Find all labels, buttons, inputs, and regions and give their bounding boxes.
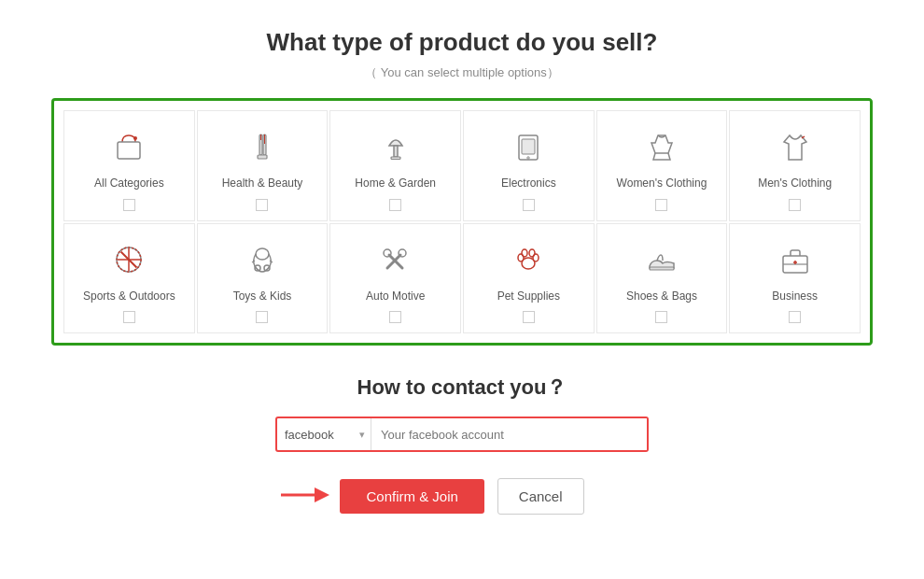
category-label: Home & Garden bbox=[355, 177, 436, 191]
category-label: Business bbox=[772, 290, 818, 304]
category-checkbox[interactable] bbox=[655, 199, 667, 211]
briefcase-icon bbox=[773, 237, 818, 282]
category-checkbox[interactable] bbox=[789, 199, 801, 211]
category-label: Pet Supplies bbox=[497, 290, 560, 304]
cancel-button[interactable]: Cancel bbox=[497, 478, 584, 515]
main-title: What type of product do you sell? bbox=[267, 28, 658, 57]
contact-input-row: facebook whatsapp wechat line ▾ bbox=[275, 417, 649, 452]
category-mens-clothing[interactable]: Men's Clothing bbox=[729, 110, 861, 221]
action-buttons: Confirm & Join Cancel bbox=[340, 478, 583, 515]
category-all-categories[interactable]: All Categories bbox=[63, 110, 195, 221]
category-checkbox[interactable] bbox=[256, 199, 268, 211]
confirm-join-button[interactable]: Confirm & Join bbox=[340, 479, 483, 514]
svg-point-17 bbox=[256, 248, 269, 260]
category-pet-supplies[interactable]: Pet Supplies bbox=[463, 223, 595, 334]
svg-point-30 bbox=[533, 254, 539, 261]
svg-rect-8 bbox=[391, 157, 400, 160]
svg-point-11 bbox=[527, 157, 529, 159]
beauty-icon bbox=[240, 124, 285, 169]
bag-icon bbox=[106, 124, 151, 169]
category-label: Auto Motive bbox=[366, 290, 425, 304]
category-business[interactable]: Business bbox=[729, 223, 861, 334]
category-label: Toys & Kids bbox=[233, 290, 292, 304]
arrow-indicator bbox=[279, 482, 330, 512]
svg-rect-7 bbox=[394, 146, 398, 157]
category-checkbox[interactable] bbox=[256, 311, 268, 323]
category-label: Shoes & Bags bbox=[626, 290, 697, 304]
toys-icon bbox=[240, 237, 285, 282]
facebook-account-input[interactable] bbox=[371, 418, 647, 450]
category-checkbox[interactable] bbox=[389, 199, 401, 211]
category-label: Electronics bbox=[501, 177, 556, 191]
category-label: All Categories bbox=[94, 177, 164, 191]
svg-point-28 bbox=[522, 249, 527, 257]
category-label: Sports & Outdoors bbox=[83, 290, 175, 304]
shoes-icon bbox=[639, 237, 684, 282]
category-checkbox[interactable] bbox=[389, 311, 401, 323]
category-electronics[interactable]: Electronics bbox=[463, 110, 595, 221]
svg-rect-10 bbox=[522, 139, 535, 154]
categories-grid: All Categories Health & Beauty Home & Ga… bbox=[51, 98, 873, 346]
category-label: Health & Beauty bbox=[222, 177, 303, 191]
svg-marker-37 bbox=[315, 487, 329, 502]
category-label: Men's Clothing bbox=[758, 177, 832, 191]
category-shoes-bags[interactable]: Shoes & Bags bbox=[596, 223, 728, 334]
category-toys-kids[interactable]: Toys & Kids bbox=[197, 223, 329, 334]
contact-title: How to contact you？ bbox=[357, 374, 567, 402]
shirt-icon bbox=[773, 124, 818, 169]
category-home-garden[interactable]: Home & Garden bbox=[329, 110, 461, 221]
category-checkbox[interactable] bbox=[789, 311, 801, 323]
dress-icon bbox=[639, 124, 684, 169]
category-label: Women's Clothing bbox=[617, 177, 707, 191]
category-sports-outdoors[interactable]: Sports & Outdoors bbox=[63, 223, 195, 334]
tools-icon bbox=[373, 237, 418, 282]
contact-platform-select[interactable]: facebook whatsapp wechat line bbox=[277, 418, 371, 450]
sports-icon bbox=[106, 237, 151, 282]
svg-line-21 bbox=[270, 261, 273, 262]
category-checkbox[interactable] bbox=[523, 311, 535, 323]
svg-line-20 bbox=[252, 261, 255, 262]
category-health-beauty[interactable]: Health & Beauty bbox=[197, 110, 329, 221]
svg-point-25 bbox=[384, 249, 391, 257]
svg-point-1 bbox=[133, 136, 137, 140]
category-checkbox[interactable] bbox=[123, 311, 135, 323]
svg-rect-4 bbox=[258, 155, 267, 159]
subtitle: （ You can select multiple options） bbox=[365, 64, 559, 81]
svg-rect-0 bbox=[118, 142, 140, 159]
category-womens-clothing[interactable]: Women's Clothing bbox=[596, 110, 728, 221]
contact-select-wrapper[interactable]: facebook whatsapp wechat line ▾ bbox=[277, 418, 371, 450]
category-checkbox[interactable] bbox=[655, 311, 667, 323]
tablet-icon bbox=[506, 124, 551, 169]
svg-rect-31 bbox=[650, 267, 674, 270]
svg-point-23 bbox=[399, 249, 406, 257]
paw-icon bbox=[506, 237, 551, 282]
category-checkbox[interactable] bbox=[523, 199, 535, 211]
lamp-icon bbox=[373, 124, 418, 169]
category-checkbox[interactable] bbox=[123, 199, 135, 211]
category-auto-motive[interactable]: Auto Motive bbox=[329, 223, 461, 334]
